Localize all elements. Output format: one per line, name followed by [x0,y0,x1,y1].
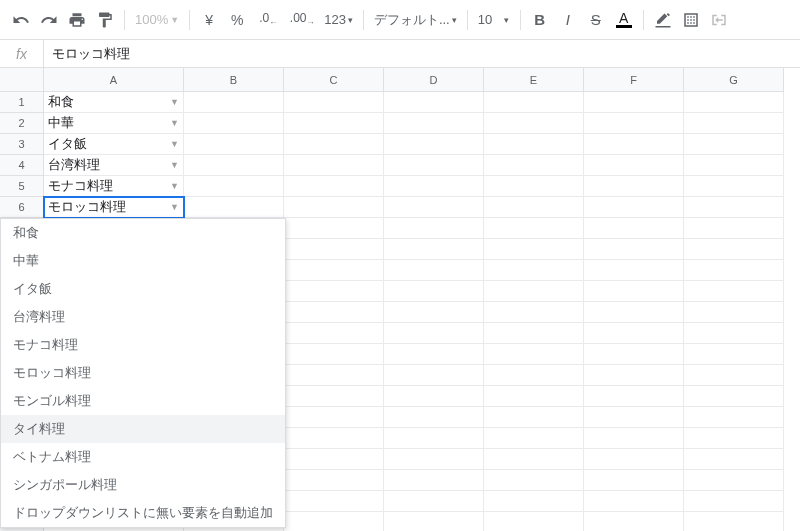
cell-E17[interactable] [484,428,584,449]
column-header-E[interactable]: E [484,68,584,92]
cell-E20[interactable] [484,491,584,512]
cell-D18[interactable] [384,449,484,470]
cell-C16[interactable] [284,407,384,428]
cell-C4[interactable] [284,155,384,176]
cell-G1[interactable] [684,92,784,113]
cell-F6[interactable] [584,197,684,218]
cell-D8[interactable] [384,239,484,260]
row-header-5[interactable]: 5 [0,176,44,197]
column-header-F[interactable]: F [584,68,684,92]
cell-C7[interactable] [284,218,384,239]
cell-G10[interactable] [684,281,784,302]
zoom-dropdown[interactable]: 100%▼ [131,12,183,27]
cell-D17[interactable] [384,428,484,449]
cell-D4[interactable] [384,155,484,176]
cell-F9[interactable] [584,260,684,281]
dropdown-arrow-icon[interactable]: ▼ [170,160,179,170]
undo-button[interactable] [8,7,34,33]
cell-E4[interactable] [484,155,584,176]
cell-E11[interactable] [484,302,584,323]
cell-C21[interactable] [284,512,384,531]
cell-C2[interactable] [284,113,384,134]
dropdown-item[interactable]: タイ料理 [1,415,285,443]
cell-F5[interactable] [584,176,684,197]
dropdown-item[interactable]: 中華 [1,247,285,275]
cell-C19[interactable] [284,470,384,491]
cell-D3[interactable] [384,134,484,155]
row-header-2[interactable]: 2 [0,113,44,134]
cell-A5[interactable]: モナコ料理▼ [44,176,184,197]
cell-D10[interactable] [384,281,484,302]
increase-decimal-button[interactable]: .00→ [286,7,318,33]
cell-F1[interactable] [584,92,684,113]
dropdown-item[interactable]: 和食 [1,219,285,247]
cell-A4[interactable]: 台湾料理▼ [44,155,184,176]
cell-F10[interactable] [584,281,684,302]
bold-button[interactable]: B [527,7,553,33]
number-format-dropdown[interactable]: 123▾ [320,12,357,27]
cell-B6[interactable] [184,197,284,218]
cell-E8[interactable] [484,239,584,260]
cell-G8[interactable] [684,239,784,260]
cell-C13[interactable] [284,344,384,365]
cell-F2[interactable] [584,113,684,134]
cell-A3[interactable]: イタ飯▼ [44,134,184,155]
cell-G6[interactable] [684,197,784,218]
cell-G3[interactable] [684,134,784,155]
dropdown-item[interactable]: シンガポール料理 [1,471,285,499]
currency-button[interactable]: ¥ [196,7,222,33]
row-header-4[interactable]: 4 [0,155,44,176]
cell-D7[interactable] [384,218,484,239]
cell-G20[interactable] [684,491,784,512]
column-header-B[interactable]: B [184,68,284,92]
cell-D1[interactable] [384,92,484,113]
cell-E14[interactable] [484,365,584,386]
cell-G17[interactable] [684,428,784,449]
dropdown-arrow-icon[interactable]: ▼ [170,118,179,128]
cell-E15[interactable] [484,386,584,407]
cell-B1[interactable] [184,92,284,113]
cell-C3[interactable] [284,134,384,155]
cell-E9[interactable] [484,260,584,281]
paint-format-button[interactable] [92,7,118,33]
formula-input[interactable]: モロッコ料理 [44,40,800,67]
cell-E10[interactable] [484,281,584,302]
cell-F14[interactable] [584,365,684,386]
row-header-6[interactable]: 6 [0,197,44,218]
borders-button[interactable] [678,7,704,33]
cell-F18[interactable] [584,449,684,470]
font-dropdown[interactable]: デフォルト...▾ [370,11,461,29]
cell-C20[interactable] [284,491,384,512]
cell-G19[interactable] [684,470,784,491]
row-header-1[interactable]: 1 [0,92,44,113]
cell-F15[interactable] [584,386,684,407]
cell-B3[interactable] [184,134,284,155]
cell-D12[interactable] [384,323,484,344]
cell-F3[interactable] [584,134,684,155]
fill-color-button[interactable] [650,7,676,33]
cell-D13[interactable] [384,344,484,365]
cell-F7[interactable] [584,218,684,239]
cell-C11[interactable] [284,302,384,323]
dropdown-arrow-icon[interactable]: ▼ [170,97,179,107]
cell-C15[interactable] [284,386,384,407]
dropdown-item[interactable]: 台湾料理 [1,303,285,331]
strikethrough-button[interactable]: S [583,7,609,33]
dropdown-item[interactable]: モンゴル料理 [1,387,285,415]
cell-G12[interactable] [684,323,784,344]
cell-D9[interactable] [384,260,484,281]
cell-A1[interactable]: 和食▼ [44,92,184,113]
cell-G2[interactable] [684,113,784,134]
cell-F17[interactable] [584,428,684,449]
dropdown-arrow-icon[interactable]: ▼ [170,139,179,149]
cell-B2[interactable] [184,113,284,134]
cell-E13[interactable] [484,344,584,365]
cell-F13[interactable] [584,344,684,365]
cell-G5[interactable] [684,176,784,197]
dropdown-item[interactable]: モナコ料理 [1,331,285,359]
dropdown-arrow-icon[interactable]: ▼ [170,202,179,212]
cell-A2[interactable]: 中華▼ [44,113,184,134]
cell-E3[interactable] [484,134,584,155]
cell-D11[interactable] [384,302,484,323]
cell-G14[interactable] [684,365,784,386]
